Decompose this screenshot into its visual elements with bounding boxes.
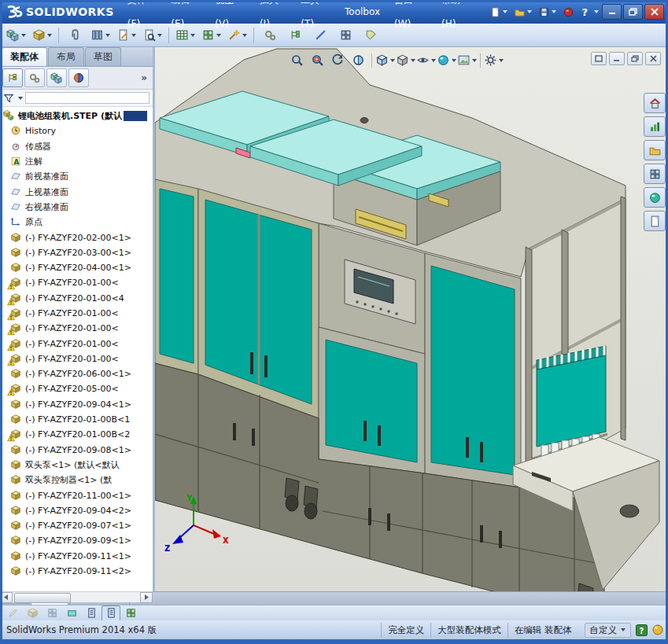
- tree-item[interactable]: 原点: [0, 215, 153, 230]
- tree-item[interactable]: (-) FY-AZYF20-01-00<4: [0, 291, 153, 306]
- doc-restore-button[interactable]: [627, 52, 643, 65]
- tree-item[interactable]: (-) FY-AZYF20-09-11<1>: [0, 549, 153, 564]
- menu-item[interactable]: 文件(F): [120, 0, 164, 35]
- tree-item[interactable]: (-) FY-AZYF20-05-00<: [0, 381, 153, 396]
- tree-item[interactable]: 传感器: [0, 139, 153, 154]
- menu-item[interactable]: 插入(I): [253, 0, 293, 35]
- view-settings-icon[interactable]: [484, 51, 504, 69]
- tree-item[interactable]: (-) FY-AZYF20-01-00B<2: [0, 427, 153, 442]
- chart-icon[interactable]: [644, 116, 666, 137]
- tree-item[interactable]: (-) FY-AZYF20-09-04<1>: [0, 397, 153, 412]
- restore-button[interactable]: [623, 4, 643, 20]
- title-bar[interactable]: SOLIDWORKS 文件(F)编辑(E)视图(V)插入(I)工具(T)Tool…: [0, 0, 668, 24]
- columns-icon[interactable]: [88, 25, 113, 46]
- cube-stack-icon[interactable]: [4, 25, 28, 46]
- resources-ball-icon[interactable]: [652, 624, 663, 635]
- doc-minimize-button[interactable]: [609, 52, 625, 65]
- tree-item[interactable]: (-) FY-AZYF20-01-00<: [0, 321, 153, 336]
- menu-item[interactable]: 编辑(E): [164, 0, 208, 35]
- displaymanager-tab-icon[interactable]: [68, 68, 89, 87]
- tree-item[interactable]: (-) FY-AZYF20-04-00<1>: [0, 260, 153, 275]
- apply-scene-icon[interactable]: [457, 51, 477, 69]
- open-folder-icon[interactable]: [511, 5, 534, 20]
- tree-item[interactable]: 双头泵<1> (默认<默认: [0, 458, 153, 473]
- tree-item[interactable]: (-) FY-AZYF20-09-11<2>: [0, 564, 153, 579]
- view-orientation-icon[interactable]: [375, 51, 395, 69]
- scroll-left-button[interactable]: [0, 592, 13, 603]
- configurationmanager-tab-icon[interactable]: [46, 68, 67, 87]
- grid-blue-icon[interactable]: [644, 164, 666, 184]
- hide-show-items-icon[interactable]: [416, 51, 436, 69]
- command-tab-0[interactable]: 装配体: [2, 47, 47, 66]
- scroll-track[interactable]: [13, 593, 140, 602]
- scroll-thumb[interactable]: [14, 593, 71, 603]
- help-button[interactable]: ?: [577, 6, 592, 18]
- cyan-box-icon[interactable]: [62, 605, 81, 621]
- tree-item[interactable]: (-) FY-AZYF20-01-00<: [0, 351, 153, 366]
- command-tab-1[interactable]: 布局: [48, 47, 84, 66]
- edit-appearance-icon[interactable]: [437, 51, 456, 69]
- tree-root-item[interactable]: 锂电池组装机.STEP (默认: [0, 109, 153, 123]
- red-sphere-icon[interactable]: [560, 5, 577, 20]
- panel-overflow-chevron[interactable]: »: [141, 72, 150, 83]
- tree-item[interactable]: (-) FY-AZYF20-03-00<1>: [0, 245, 153, 260]
- paperclip-icon[interactable]: [63, 25, 87, 46]
- doc-cascade-button[interactable]: [591, 52, 607, 65]
- folder-icon[interactable]: [644, 140, 666, 160]
- command-tab-2[interactable]: 草图: [85, 47, 121, 66]
- tree-item[interactable]: (-) FY-AZYF20-09-04<2>: [0, 503, 153, 518]
- menu-item[interactable]: 窗口(W): [387, 0, 434, 35]
- save-icon[interactable]: [536, 5, 559, 20]
- tree-item[interactable]: (-) FY-AZYF20-09-08<1>: [0, 443, 153, 458]
- tag-icon[interactable]: [359, 25, 382, 46]
- tree-item[interactable]: 右视基准面: [0, 200, 153, 215]
- tree-item[interactable]: (-) FY-AZYF20-01-00B<1: [0, 412, 153, 427]
- page-blue-icon[interactable]: [101, 605, 120, 621]
- tree-item[interactable]: (-) FY-AZYF20-11-00<1>: [0, 488, 153, 502]
- featuremanager-tab-icon[interactable]: [2, 68, 23, 87]
- menu-item[interactable]: 工具(T): [293, 0, 338, 35]
- grid-green-icon[interactable]: [121, 605, 140, 621]
- menu-item[interactable]: 帮助(H): [434, 0, 479, 35]
- assembly-3d-view[interactable]: Y X Z: [155, 47, 666, 591]
- filter-input[interactable]: [25, 92, 149, 104]
- tree-item[interactable]: (-) FY-AZYF20-02-00<1>: [0, 230, 153, 245]
- tree-item[interactable]: 双头泵控制器<1> (默: [0, 473, 153, 488]
- tree-item[interactable]: (-) FY-AZYF20-09-07<1>: [0, 518, 153, 533]
- home-icon[interactable]: [644, 93, 666, 113]
- document-icon[interactable]: [644, 211, 666, 231]
- tree-item[interactable]: (-) FY-AZYF20-01-00<: [0, 275, 153, 290]
- tree-item[interactable]: (-) FY-AZYF20-06-00<1>: [0, 366, 153, 381]
- new-document-icon[interactable]: [487, 5, 510, 20]
- tree-item[interactable]: 前视基准面: [0, 169, 153, 184]
- filter-icon[interactable]: [3, 93, 14, 104]
- section-view-icon[interactable]: [349, 51, 368, 69]
- minimize-button[interactable]: [602, 4, 622, 20]
- propertymanager-tab-icon[interactable]: [24, 68, 45, 87]
- tree-item[interactable]: History: [0, 123, 153, 138]
- doc-close-button[interactable]: [645, 52, 661, 65]
- tree-item[interactable]: (-) FY-AZYF20-01-00<: [0, 306, 153, 321]
- scroll-right-button[interactable]: [140, 592, 153, 603]
- previous-view-icon[interactable]: [328, 51, 348, 69]
- status-help-icon[interactable]: ?: [636, 624, 648, 636]
- tree-horizontal-scrollbar[interactable]: [0, 591, 153, 602]
- sphere-icon[interactable]: [644, 187, 666, 208]
- customize-dropdown[interactable]: 自定义: [585, 623, 632, 638]
- tree-item[interactable]: (-) FY-AZYF20-09-09<1>: [0, 533, 153, 548]
- tree-item[interactable]: A注解: [0, 154, 153, 169]
- page-blue-icon[interactable]: [82, 605, 101, 621]
- filter-caret-icon[interactable]: [18, 97, 23, 100]
- menu-item[interactable]: 视图(V): [208, 0, 253, 35]
- component-icon[interactable]: [30, 25, 54, 46]
- tree-item[interactable]: (-) FY-AZYF20-01-00<: [0, 336, 153, 351]
- graphics-viewport[interactable]: Y X Z: [155, 47, 666, 591]
- display-style-icon[interactable]: [396, 51, 415, 69]
- help-caret-icon[interactable]: [594, 10, 599, 13]
- zoom-area-icon[interactable]: [308, 51, 327, 69]
- menu-item[interactable]: Toolbox: [338, 0, 387, 24]
- zoom-fit-icon[interactable]: [287, 51, 307, 69]
- grid-blue-icon[interactable]: [42, 605, 61, 621]
- pencil-icon[interactable]: [3, 605, 22, 621]
- close-button[interactable]: [644, 4, 664, 20]
